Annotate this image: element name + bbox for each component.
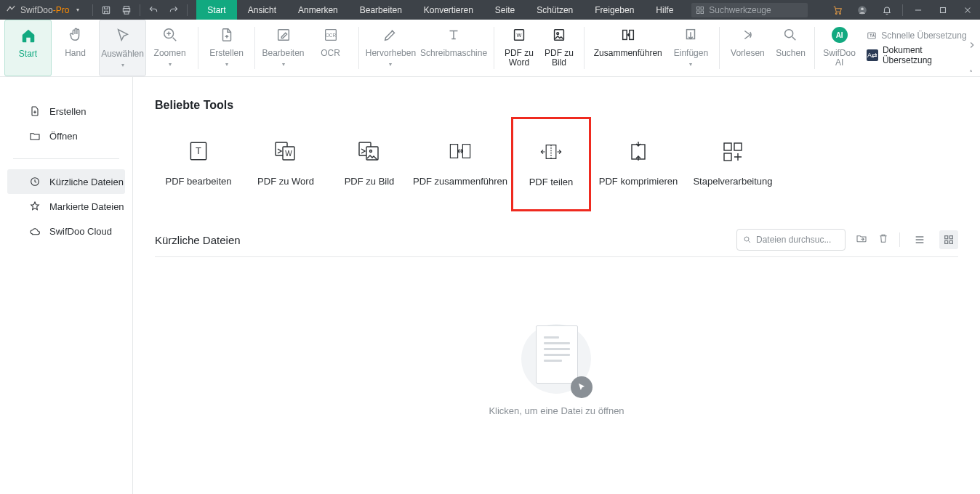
tool-split-pdf[interactable]: PDF teilen bbox=[511, 117, 591, 211]
popular-tools-title: Beliebte Tools bbox=[155, 99, 958, 112]
quick-translate-button[interactable]: Schnelle Übersetzung bbox=[867, 31, 973, 41]
svg-rect-41 bbox=[724, 153, 731, 161]
menu-bearbeiten[interactable]: Bearbeiten bbox=[349, 0, 413, 20]
ribbon-zoom[interactable]: Zoomen ▾ bbox=[146, 20, 193, 76]
sidebar-item-create[interactable]: Erstellen bbox=[7, 99, 125, 124]
tool-edit-pdf[interactable]: T PDF bearbeiten bbox=[155, 128, 242, 201]
document-translate-button[interactable]: A⇄ Dokument Übersetzung bbox=[867, 45, 973, 65]
ribbon-select[interactable]: Auswählen ▾ bbox=[99, 20, 146, 76]
svg-rect-39 bbox=[724, 143, 731, 150]
ribbon-hand[interactable]: Hand bbox=[52, 20, 99, 76]
tool-compress-pdf[interactable]: PDF komprimieren bbox=[591, 128, 686, 201]
ribbon-merge[interactable]: Zusammenführen bbox=[589, 20, 667, 76]
ribbon-search[interactable]: Suchen bbox=[771, 20, 810, 76]
svg-point-8 bbox=[835, 12, 837, 14]
recent-files-header: Kürzliche Dateien Dateien durchsuc... bbox=[155, 229, 958, 251]
menu-seite[interactable]: Seite bbox=[484, 0, 526, 20]
cursor-icon bbox=[571, 376, 593, 398]
ribbon-insert[interactable]: Einfügen ▾ bbox=[667, 20, 715, 76]
svg-point-9 bbox=[840, 12, 841, 14]
svg-point-24 bbox=[785, 30, 793, 38]
undo-icon[interactable] bbox=[143, 0, 164, 20]
minimize-icon[interactable] bbox=[906, 0, 931, 20]
ribbon-ai[interactable]: AI SwifDoo AI bbox=[819, 20, 859, 76]
ribbon-typewriter[interactable]: Schreibmaschine bbox=[418, 20, 489, 76]
sidebar-item-cloud[interactable]: SwifDoo Cloud bbox=[7, 219, 125, 243]
open-folder-icon[interactable] bbox=[856, 232, 867, 247]
ribbon-separator bbox=[494, 27, 494, 69]
svg-rect-12 bbox=[941, 7, 946, 12]
chevron-down-icon: ▾ bbox=[121, 60, 124, 70]
save-icon[interactable] bbox=[96, 0, 116, 20]
ribbon-start[interactable]: Start bbox=[4, 20, 52, 76]
search-tools-placeholder: Suchwerkzeuge bbox=[709, 5, 771, 15]
list-view-icon[interactable] bbox=[910, 230, 929, 249]
ribbon-more-icon[interactable] bbox=[967, 40, 977, 50]
app-dropdown-icon[interactable]: ▾ bbox=[76, 7, 82, 13]
menu-konvertieren[interactable]: Konvertieren bbox=[413, 0, 484, 20]
tool-pdf-to-word[interactable]: W PDF zu Word bbox=[242, 128, 329, 201]
ribbon-read-aloud[interactable]: Vorlesen bbox=[724, 20, 771, 76]
menu-hilfe[interactable]: Hilfe bbox=[645, 0, 684, 20]
svg-rect-35 bbox=[450, 145, 457, 158]
print-icon[interactable] bbox=[116, 0, 137, 20]
svg-rect-0 bbox=[103, 7, 110, 13]
menu-freigeben[interactable]: Freigeben bbox=[584, 0, 645, 20]
svg-rect-4 bbox=[697, 7, 700, 9]
ribbon-translate-group: Schnelle Übersetzung A⇄ Dokument Überset… bbox=[859, 20, 980, 76]
ribbon-collapse-icon[interactable]: ˄ bbox=[969, 69, 973, 77]
menu-ansicht[interactable]: Ansicht bbox=[237, 0, 287, 20]
popular-tools-grid: T PDF bearbeiten W PDF zu Word PDF zu Bi… bbox=[155, 128, 958, 211]
svg-text:W: W bbox=[285, 150, 292, 158]
chevron-down-icon: ▾ bbox=[389, 60, 392, 69]
recent-files-title: Kürzliche Dateien bbox=[155, 234, 241, 246]
ribbon-pdf-to-image[interactable]: PDF zu Bild bbox=[539, 20, 579, 76]
menu-anmerken[interactable]: Anmerken bbox=[287, 0, 349, 20]
ribbon-separator bbox=[719, 27, 720, 69]
empty-text: Klicken, um eine Datei zu öffnen bbox=[489, 405, 624, 416]
sidebar-item-marked[interactable]: Markierte Dateien bbox=[7, 194, 125, 219]
ribbon-ocr[interactable]: OCR OCR bbox=[307, 20, 354, 76]
ribbon-highlight[interactable]: Hervorheben ▾ bbox=[364, 20, 418, 76]
search-tools-input[interactable]: Suchwerkzeuge bbox=[691, 3, 808, 17]
body: Erstellen Öffnen Kürzliche Dateien Marki… bbox=[0, 77, 980, 494]
tool-merge-pdf[interactable]: PDF zusammenführen bbox=[409, 128, 511, 201]
tool-batch[interactable]: Stapelverarbeitung bbox=[686, 128, 780, 201]
menu-schuetzen[interactable]: Schützen bbox=[526, 0, 584, 20]
bell-icon[interactable] bbox=[875, 0, 899, 20]
chevron-down-icon: ▾ bbox=[169, 60, 172, 69]
close-icon[interactable] bbox=[955, 0, 980, 20]
divider bbox=[902, 4, 903, 16]
ribbon-edit[interactable]: Bearbeiten ▾ bbox=[260, 20, 307, 76]
sidebar-item-recent[interactable]: Kürzliche Dateien bbox=[7, 169, 125, 194]
ribbon-separator bbox=[358, 27, 359, 69]
trash-icon[interactable] bbox=[877, 232, 889, 247]
tool-pdf-to-image[interactable]: PDF zu Bild bbox=[329, 128, 409, 201]
ribbon-pdf-to-word[interactable]: W PDF zu Word bbox=[499, 20, 539, 76]
user-icon[interactable] bbox=[850, 0, 875, 20]
cart-icon[interactable] bbox=[825, 0, 850, 20]
ribbon-create[interactable]: Erstellen ▾ bbox=[203, 20, 250, 76]
main-menu: Start Ansicht Anmerken Bearbeiten Konver… bbox=[196, 0, 684, 20]
svg-rect-25 bbox=[868, 33, 876, 39]
svg-rect-6 bbox=[697, 11, 700, 14]
file-search-input[interactable]: Dateien durchsuc... bbox=[736, 229, 846, 251]
menu-start[interactable]: Start bbox=[196, 0, 236, 20]
svg-rect-3 bbox=[124, 11, 129, 14]
svg-rect-46 bbox=[945, 240, 948, 243]
maximize-icon[interactable] bbox=[931, 0, 955, 20]
svg-rect-40 bbox=[734, 143, 742, 150]
sidebar-item-open[interactable]: Öffnen bbox=[7, 124, 125, 148]
divider bbox=[155, 256, 958, 257]
svg-text:OCR: OCR bbox=[325, 33, 336, 38]
chevron-down-icon: ▾ bbox=[282, 60, 285, 69]
file-search-placeholder: Dateien durchsuc... bbox=[756, 235, 831, 245]
svg-rect-21 bbox=[622, 31, 627, 40]
svg-point-20 bbox=[557, 33, 559, 35]
sidebar: Erstellen Öffnen Kürzliche Dateien Marki… bbox=[0, 77, 133, 494]
empty-doc-icon bbox=[524, 323, 590, 395]
divider bbox=[187, 4, 188, 16]
redo-icon[interactable] bbox=[164, 0, 184, 20]
grid-view-icon[interactable] bbox=[939, 230, 958, 249]
empty-state[interactable]: Klicken, um eine Datei zu öffnen bbox=[155, 323, 958, 416]
